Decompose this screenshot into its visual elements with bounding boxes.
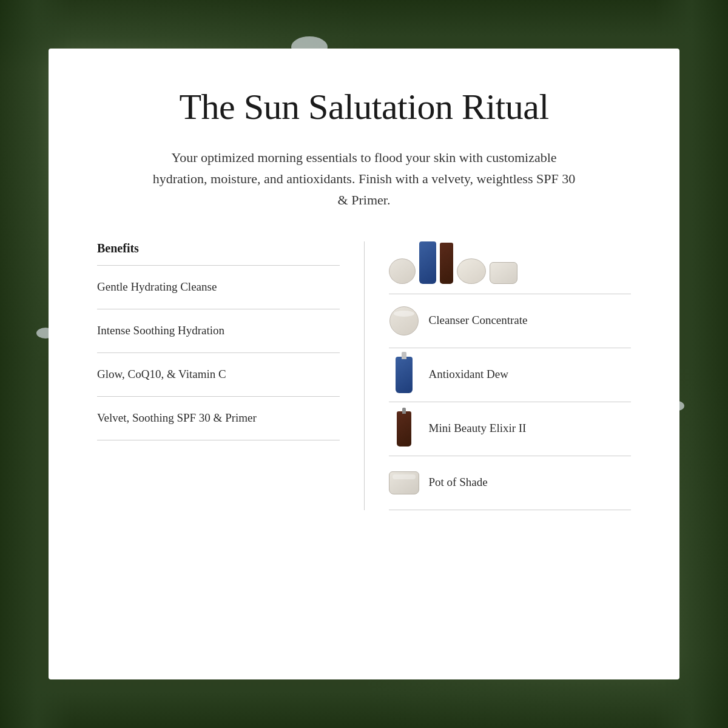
header-product-img-pot — [490, 262, 517, 284]
product-image-elixir — [389, 411, 419, 447]
benefits-header: Benefits — [97, 241, 340, 266]
benefit-text: Intense Soothing Hydration — [97, 323, 224, 339]
product-image-cleanser — [389, 303, 419, 339]
product-name: Antioxidant Dew — [429, 366, 508, 383]
product-name: Cleanser Concentrate — [429, 312, 528, 329]
product-name: Pot of Shade — [429, 474, 488, 491]
header-product-img-cream — [457, 258, 486, 284]
header-product-img-cleanser — [389, 258, 416, 284]
product-row: Cleanser Concentrate — [389, 294, 632, 348]
pot-icon — [389, 471, 419, 494]
table-row: Gentle Hydrating Cleanse — [97, 266, 340, 309]
product-row: Pot of Shade — [389, 456, 632, 510]
products-column: Cleanser Concentrate Antioxidant Dew Min… — [365, 241, 632, 510]
table-row: Intense Soothing Hydration — [97, 309, 340, 353]
cleanser-icon — [389, 306, 419, 335]
benefit-text: Gentle Hydrating Cleanse — [97, 279, 217, 295]
product-image-antioxidant — [389, 357, 419, 393]
product-row: Mini Beauty Elixir II — [389, 402, 632, 456]
products-header-images — [389, 241, 632, 294]
table-row: Glow, CoQ10, & Vitamin C — [97, 353, 340, 397]
header-product-img-blue — [419, 241, 436, 284]
products-table: Benefits Gentle Hydrating Cleanse Intens… — [97, 241, 631, 510]
elixir-icon — [397, 411, 411, 447]
antioxidant-icon — [396, 357, 413, 393]
benefit-text: Velvet, Soothing SPF 30 & Primer — [97, 410, 257, 426]
benefit-text: Glow, CoQ10, & Vitamin C — [97, 366, 226, 383]
page-title: The Sun Salutation Ritual — [97, 85, 631, 129]
product-row: Antioxidant Dew — [389, 348, 632, 402]
product-image-pot — [389, 465, 419, 501]
content-card: The Sun Salutation Ritual Your optimized… — [49, 49, 679, 679]
table-row: Velvet, Soothing SPF 30 & Primer — [97, 397, 340, 440]
product-name: Mini Beauty Elixir II — [429, 420, 527, 437]
benefits-column: Benefits Gentle Hydrating Cleanse Intens… — [97, 241, 365, 510]
subtitle: Your optimized morning essentials to flo… — [152, 147, 576, 211]
header-product-img-dark — [440, 243, 453, 284]
